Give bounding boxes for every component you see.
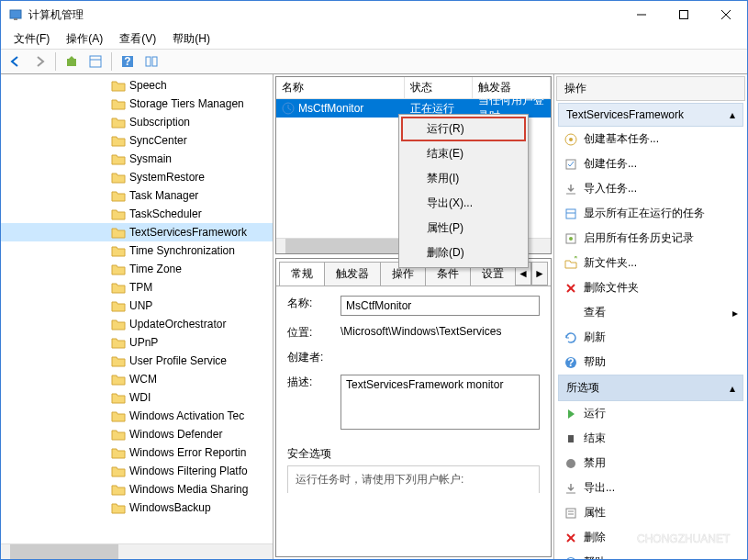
tree-item[interactable]: TPM xyxy=(1,278,273,297)
action-label: 运行 xyxy=(584,406,606,421)
ctx-delete[interactable]: 删除(D) xyxy=(401,241,526,265)
action-label: 导入任务... xyxy=(584,181,637,196)
action-item[interactable]: 属性 xyxy=(558,500,743,525)
action-item[interactable]: 导出... xyxy=(558,476,743,500)
svg-point-23 xyxy=(569,237,573,241)
actions-header: 操作 xyxy=(556,76,745,101)
tree-item[interactable]: TaskScheduler xyxy=(1,205,273,223)
action-label: 删除 xyxy=(584,530,606,545)
action-item[interactable]: 删除 xyxy=(558,525,743,550)
action-icon xyxy=(564,157,578,172)
tree-item[interactable]: Windows Media Sharing xyxy=(1,480,273,498)
tree-item[interactable]: WDI xyxy=(1,388,273,407)
svg-rect-12 xyxy=(152,57,157,66)
value-desc[interactable]: TextServicesFramework monitor xyxy=(341,375,540,430)
tree-item[interactable]: Windows Error Reportin xyxy=(1,443,273,462)
col-name[interactable]: 名称 xyxy=(276,77,405,98)
tab-general[interactable]: 常规 xyxy=(279,262,325,286)
action-icon xyxy=(564,481,578,496)
svg-text:?: ? xyxy=(124,55,130,68)
tree-item[interactable]: Time Zone xyxy=(1,260,273,278)
tree-item[interactable]: Task Manager xyxy=(1,186,273,205)
view-button[interactable] xyxy=(84,50,106,73)
ctx-properties[interactable]: 属性(P) xyxy=(401,216,526,241)
forward-button[interactable] xyxy=(28,50,50,73)
menu-help[interactable]: 帮助(H) xyxy=(165,29,218,49)
minimize-button[interactable] xyxy=(620,1,663,28)
tree-item-label: User Profile Service xyxy=(129,354,227,367)
maximize-button[interactable] xyxy=(663,1,705,28)
folder-icon xyxy=(111,373,126,386)
folder-tree[interactable]: SpeechStorage Tiers ManagenSubscriptionS… xyxy=(1,74,273,543)
action-item[interactable]: ?帮助 xyxy=(558,350,743,375)
action-item[interactable]: 导入任务... xyxy=(558,176,743,201)
action-item[interactable]: 启用所有任务历史记录 xyxy=(558,226,743,251)
menu-file[interactable]: 文件(F) xyxy=(6,29,57,49)
action-item[interactable]: 创建基本任务... xyxy=(558,127,743,151)
ctx-end[interactable]: 结束(E) xyxy=(401,141,526,166)
svg-rect-3 xyxy=(680,11,688,19)
close-button[interactable] xyxy=(705,1,747,28)
folder-icon xyxy=(111,428,126,441)
ctx-run[interactable]: 运行(R) xyxy=(401,117,526,141)
action-item[interactable]: *新文件夹... xyxy=(558,251,743,275)
tab-triggers[interactable]: 触发器 xyxy=(324,262,381,286)
tree-item[interactable]: Subscription xyxy=(1,113,273,131)
section-title-2[interactable]: 所选项 ▴ xyxy=(558,375,743,401)
main-content: SpeechStorage Tiers ManagenSubscriptionS… xyxy=(1,74,747,559)
action-item[interactable]: 刷新 xyxy=(558,325,743,350)
action-item[interactable]: 禁用 xyxy=(558,451,743,476)
menu-action[interactable]: 操作(A) xyxy=(59,29,110,49)
folder-icon xyxy=(111,336,126,349)
task-icon xyxy=(282,102,295,115)
tree-item[interactable]: SyncCenter xyxy=(1,131,273,150)
h-scrollbar[interactable] xyxy=(1,543,273,559)
tree-item[interactable]: User Profile Service xyxy=(1,352,273,370)
panes-button[interactable] xyxy=(140,50,162,73)
tree-item-label: Time Zone xyxy=(129,263,182,275)
action-item[interactable]: 结束 xyxy=(558,426,743,451)
tree-item[interactable]: WindowsBackup xyxy=(1,498,273,517)
tree-item[interactable]: WCM xyxy=(1,370,273,388)
tree-item-label: Task Manager xyxy=(129,189,198,202)
help-button[interactable]: ? xyxy=(117,50,139,73)
value-name[interactable]: MsCtfMonitor xyxy=(341,296,540,316)
tab-scroll-right[interactable]: ► xyxy=(531,262,548,286)
action-icon xyxy=(564,281,578,296)
tree-item-label: TextServicesFramework xyxy=(129,226,247,239)
tree-item[interactable]: Windows Filtering Platfo xyxy=(1,462,273,480)
folder-icon xyxy=(111,207,126,220)
folder-icon xyxy=(111,189,126,202)
action-item[interactable]: 创建任务... xyxy=(558,151,743,176)
folder-icon xyxy=(111,354,126,367)
tree-item[interactable]: TextServicesFramework xyxy=(1,223,273,241)
tree-item[interactable]: SystemRestore xyxy=(1,168,273,186)
action-item[interactable]: 显示所有正在运行的任务 xyxy=(558,201,743,226)
tree-item-label: WindowsBackup xyxy=(129,501,211,514)
tree-item[interactable]: Sysmain xyxy=(1,150,273,168)
back-button[interactable] xyxy=(5,50,27,73)
tree-item-label: SystemRestore xyxy=(129,171,205,184)
tree-item[interactable]: UNP xyxy=(1,297,273,315)
tree-item[interactable]: UPnP xyxy=(1,333,273,352)
action-item[interactable]: ?帮助 xyxy=(558,550,743,560)
svg-text:?: ? xyxy=(567,356,574,369)
action-item[interactable]: 删除文件夹 xyxy=(558,275,743,300)
tree-item[interactable]: Time Synchronization xyxy=(1,241,273,260)
ctx-export[interactable]: 导出(X)... xyxy=(401,191,526,216)
action-item[interactable]: 运行 xyxy=(558,401,743,426)
tree-item-label: Windows Media Sharing xyxy=(129,483,248,496)
up-button[interactable] xyxy=(61,50,83,73)
tree-item[interactable]: Windows Defender xyxy=(1,425,273,443)
tree-item[interactable]: Storage Tiers Managen xyxy=(1,95,273,113)
tree-item[interactable]: UpdateOrchestrator xyxy=(1,315,273,333)
tree-item-label: WDI xyxy=(129,391,151,404)
tree-item[interactable]: Windows Activation Tec xyxy=(1,407,273,425)
section-title-1[interactable]: TextServicesFramework ▴ xyxy=(558,103,743,127)
tree-item-label: Windows Filtering Platfo xyxy=(129,465,248,477)
ctx-disable[interactable]: 禁用(I) xyxy=(401,166,526,191)
col-status[interactable]: 状态 xyxy=(405,77,473,98)
menu-view[interactable]: 查看(V) xyxy=(112,29,163,49)
tree-item[interactable]: Speech xyxy=(1,76,273,95)
action-item[interactable]: 查看▸ xyxy=(558,300,743,325)
